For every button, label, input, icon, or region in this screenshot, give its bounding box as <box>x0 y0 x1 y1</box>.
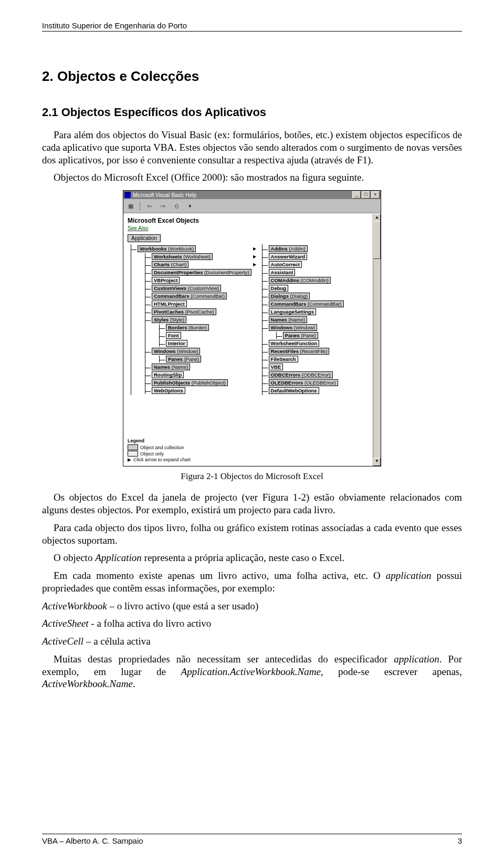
tree-item[interactable]: OLEDBErrors (OLEDBError) <box>269 379 344 386</box>
tree-item[interactable]: Styles (Style) <box>152 316 251 323</box>
tree-item[interactable]: LanguageSettings <box>269 308 344 315</box>
tree-item[interactable]: COMAddIns (COMAddIn) <box>269 277 344 284</box>
tree-item[interactable]: ODBCErrors (ODBCError) <box>269 371 344 378</box>
tree-item[interactable]: AddIns (AddIn) <box>269 245 344 252</box>
object-box[interactable]: PivotCaches (PivotCache) <box>152 308 216 315</box>
tree-item[interactable]: DefaultWebOptions <box>269 387 344 394</box>
tree-item[interactable]: CommandBars (CommandBar) <box>269 300 344 307</box>
tree-item[interactable]: Worksheets (Worksheet)▶ <box>152 253 251 260</box>
legend-label: Object and collection <box>140 445 184 450</box>
tree-item[interactable]: DocumentProperties (DocumentProperty) <box>152 269 251 276</box>
object-box[interactable]: COMAddIns (COMAddIn) <box>269 277 331 284</box>
minimize-button[interactable]: _ <box>352 191 361 199</box>
object-box[interactable]: RecentFiles (RecentFile) <box>269 348 330 355</box>
object-box[interactable]: PublishObjects (PublishObject) <box>152 379 228 386</box>
tree-item[interactable]: Windows (Window) <box>269 324 344 331</box>
object-box[interactable]: RoutingSlip <box>152 371 184 378</box>
heading-1: 2. Objectos e Colecções <box>42 68 462 85</box>
object-box[interactable]: AutoCorrect <box>269 261 302 268</box>
footer-rule <box>42 834 462 834</box>
object-box[interactable]: ODBCErrors (ODBCError) <box>269 371 333 378</box>
object-box[interactable]: Windows (Window) <box>269 324 317 331</box>
tree-item[interactable]: CustomViews (CustomView) <box>152 285 251 292</box>
tree-item[interactable]: Names (Name) <box>269 316 344 323</box>
object-box[interactable]: AddIns (AddIn) <box>269 245 308 252</box>
scrollbar[interactable]: ▲ ▼ <box>373 214 381 466</box>
tree-item[interactable]: PublishObjects (PublishObject) <box>152 379 251 386</box>
object-box[interactable]: OLEDBErrors (OLEDBError) <box>269 379 338 386</box>
tree-item[interactable]: Windows (Window) <box>152 348 251 355</box>
tree-item[interactable]: VBE <box>269 364 344 370</box>
tree-item[interactable]: PivotCaches (PivotCache) <box>152 308 251 315</box>
object-box[interactable]: Styles (Style) <box>152 316 186 323</box>
object-box[interactable]: Font <box>166 332 181 339</box>
object-box[interactable]: Names (Name) <box>152 364 190 370</box>
object-box[interactable]: WebOptions <box>152 387 185 394</box>
tree-item[interactable]: Borders (Border) <box>166 324 251 331</box>
object-box[interactable]: AnswerWizard <box>269 253 307 260</box>
object-box[interactable]: Dialogs (Dialog) <box>269 293 310 299</box>
tree-item[interactable]: AnswerWizard <box>269 253 344 260</box>
legend: Legend Object and collection Object only… <box>128 438 191 463</box>
tree-item[interactable]: RecentFiles (RecentFile) <box>269 348 344 355</box>
object-box[interactable]: Debug <box>269 285 289 292</box>
expand-arrow-icon[interactable]: ▶ <box>253 247 257 251</box>
object-box[interactable]: Interior <box>166 340 187 347</box>
tree-root[interactable]: Application <box>128 234 161 242</box>
tree-item[interactable]: WebOptions <box>152 387 251 394</box>
tree-item[interactable]: HTMLProject <box>152 300 251 307</box>
tree-item[interactable]: AutoCorrect <box>269 261 344 268</box>
tree-item[interactable]: Charts (Chart)▶ <box>152 261 251 268</box>
legend-swatch-object <box>128 451 138 457</box>
object-box[interactable]: VBProject <box>152 277 180 284</box>
paragraph: Para além dos objectos do Visual Basic (… <box>42 129 462 166</box>
tree-item[interactable]: CommandBars (CommandBar) <box>152 293 251 299</box>
nav-show-icon[interactable]: ▦ <box>125 201 136 211</box>
window-titlebar: Microsoft Visual Basic Help _ □ × <box>123 191 381 199</box>
tree-item[interactable]: Panes (Pane) <box>283 332 344 339</box>
tree-item[interactable]: WorksheetFunction <box>269 340 344 347</box>
nav-back-icon[interactable]: ⇦ <box>144 201 154 211</box>
scroll-thumb[interactable] <box>373 221 381 259</box>
object-box[interactable]: HTMLProject <box>152 300 187 307</box>
close-button[interactable]: × <box>371 191 380 199</box>
maximize-button[interactable]: □ <box>362 191 370 199</box>
object-box[interactable]: WorksheetFunction <box>269 340 320 347</box>
tree-item[interactable]: Names (Name) <box>152 364 251 370</box>
object-box[interactable]: Workbooks (Workbook) <box>138 245 196 252</box>
object-box[interactable]: LanguageSettings <box>269 308 316 315</box>
object-box[interactable]: Charts (Chart) <box>152 261 188 268</box>
object-box[interactable]: Panes (Pane) <box>283 332 318 339</box>
object-box[interactable]: Assistant <box>269 269 296 276</box>
expand-arrow-icon[interactable]: ▶ <box>253 263 257 267</box>
object-box[interactable]: Borders (Border) <box>166 324 209 331</box>
object-box[interactable]: FileSearch <box>269 356 298 362</box>
tree-item[interactable]: Debug <box>269 285 344 292</box>
scroll-down-icon[interactable]: ▼ <box>373 458 381 466</box>
tree-item[interactable]: Dialogs (Dialog) <box>269 293 344 299</box>
object-box[interactable]: DocumentProperties (DocumentProperty) <box>152 269 251 276</box>
print-icon[interactable]: ⎙ <box>171 201 182 211</box>
object-box[interactable]: CommandBars (CommandBar) <box>269 300 344 307</box>
paragraph: Em cada momento existe apenas um livro a… <box>42 569 462 595</box>
tree-item[interactable]: FileSearch <box>269 356 344 362</box>
tree-item[interactable]: Panes (Pane) <box>166 356 251 362</box>
see-also-link[interactable]: See Also <box>128 225 148 231</box>
tree-item[interactable]: Interior <box>166 340 251 347</box>
object-box[interactable]: Panes (Pane) <box>166 356 201 362</box>
object-box[interactable]: Worksheets (Worksheet) <box>152 253 213 260</box>
options-icon[interactable]: ▾ <box>185 201 195 211</box>
tree-item[interactable]: RoutingSlip <box>152 371 251 378</box>
tree-item[interactable]: Font <box>166 332 251 339</box>
object-box[interactable]: DefaultWebOptions <box>269 387 319 394</box>
object-box[interactable]: CommandBars (CommandBar) <box>152 293 227 299</box>
tree-item[interactable]: VBProject <box>152 277 251 284</box>
object-box[interactable]: VBE <box>269 364 284 370</box>
tree-item[interactable]: Assistant <box>269 269 344 276</box>
tree-item[interactable]: Workbooks (Workbook)▶ <box>138 245 251 252</box>
object-box[interactable]: Windows (Window) <box>152 348 200 355</box>
expand-arrow-icon[interactable]: ▶ <box>253 255 257 259</box>
object-box[interactable]: Names (Name) <box>269 316 307 323</box>
nav-forward-icon[interactable]: ⇨ <box>158 201 168 211</box>
object-box[interactable]: CustomViews (CustomView) <box>152 285 221 292</box>
